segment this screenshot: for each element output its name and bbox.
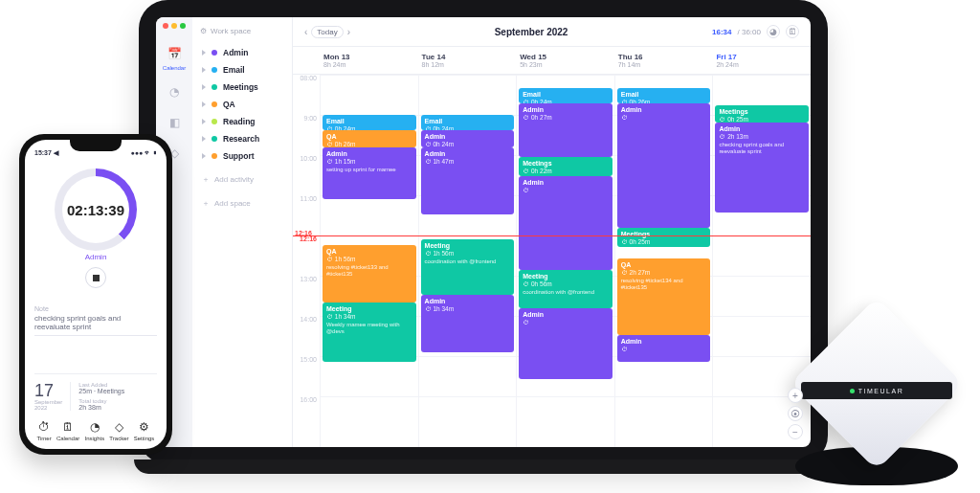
main-panel: ‹ Today › September 2022 16:34 / 36:00 ◕… xyxy=(293,17,811,447)
event-block[interactable]: QA⏱ 1h 56mresolving #ticket133 and #tick… xyxy=(323,245,416,303)
day-column[interactable]: Email⏱ 0h 24mAdmin⏱ 0h 27mMeetings⏱ 0h 2… xyxy=(516,75,614,447)
event-block[interactable]: Meetings⏱ 0h 25m xyxy=(617,228,711,247)
tracked-time-current: 16:34 xyxy=(712,28,731,36)
sidebar: ⚙ Work space Admin Email Meetings QA Rea… xyxy=(192,17,293,447)
event-block[interactable]: Admin⏱ xyxy=(519,176,612,270)
expand-icon xyxy=(202,119,206,124)
window-controls[interactable] xyxy=(163,23,186,29)
prev-week-button[interactable]: ‹ xyxy=(304,27,307,37)
last-added-value: 25m · Meetings xyxy=(78,388,124,394)
phone-nav-timer[interactable]: ⏱Timer xyxy=(37,420,52,441)
event-block[interactable]: Meeting⏱ 1h 34mWeekly mamee meeting with… xyxy=(323,303,416,362)
stop-button[interactable] xyxy=(85,267,106,288)
calendar-icon[interactable]: 📅 xyxy=(165,44,184,63)
event-block[interactable]: Meetings⏱ 0h 25m xyxy=(715,105,809,123)
event-block[interactable]: Admin⏱ 0h 27m xyxy=(519,103,612,157)
expand-icon xyxy=(202,153,206,159)
sidebar-item-admin[interactable]: Admin xyxy=(200,44,284,61)
add-activity-button[interactable]: ＋ Add activity xyxy=(200,170,284,189)
color-dot xyxy=(212,119,217,124)
event-block[interactable]: Meeting⏱ 1h 56mcoordination with @fronte… xyxy=(421,239,515,295)
tracker-brand: TIMEULAR xyxy=(801,382,952,399)
sidebar-item-meetings[interactable]: Meetings xyxy=(200,78,284,96)
event-block[interactable]: Admin⏱ xyxy=(617,335,711,362)
zoom-fit-button[interactable]: ⦿ xyxy=(788,406,803,421)
date-day: 17 xyxy=(34,382,62,399)
event-block[interactable]: Email⏱ 0h 24m xyxy=(421,115,515,130)
calendar-picker-icon[interactable]: 🗓 xyxy=(786,25,799,38)
timer-ring: 02:13:39 xyxy=(55,168,137,251)
timer-icon: ⏱ xyxy=(38,420,50,434)
phone-nav-calendar[interactable]: 🗓Calendar xyxy=(56,420,79,441)
zoom-controls: + ⦿ − xyxy=(788,388,803,439)
day-header[interactable]: Mon 138h 24m xyxy=(320,47,418,74)
event-block[interactable]: Admin⏱ 1h 15msetting up sprint for mamee xyxy=(323,147,416,199)
phone-nav-settings[interactable]: ⚙Settings xyxy=(134,420,155,441)
event-block[interactable]: Admin⏱ 2h 13mchecking sprint goals and r… xyxy=(715,123,809,213)
tracker-icon: ◇ xyxy=(115,420,123,434)
next-week-button[interactable]: › xyxy=(347,27,350,37)
month-title: September 2022 xyxy=(495,27,568,37)
days-header: Mon 138h 24mTue 148h 12mWed 155h 23mThu … xyxy=(293,47,811,75)
sidebar-item-qa[interactable]: QA xyxy=(200,96,284,113)
event-block[interactable]: Email⏱ 0h 24m xyxy=(323,115,416,130)
expand-icon xyxy=(202,136,206,142)
event-block[interactable]: Email⏱ 0h 26m xyxy=(617,88,711,103)
plus-icon: ＋ xyxy=(202,174,210,185)
add-space-button[interactable]: ＋ Add space xyxy=(200,194,284,213)
laptop-base xyxy=(134,459,833,474)
day-header[interactable]: Wed 155h 23m xyxy=(516,47,614,74)
today-button[interactable]: Today xyxy=(311,26,343,38)
app-window: 📅 Calendar ◔ ◧ ◇ ⚙ Work space Admin Emai… xyxy=(156,17,811,447)
insights-icon: ◔ xyxy=(90,420,100,434)
date-year: 2022 xyxy=(34,405,62,411)
event-block[interactable]: Meetings⏱ 0h 22m xyxy=(519,157,612,176)
day-header[interactable]: Tue 148h 12m xyxy=(418,47,517,74)
sidebar-item-email[interactable]: Email xyxy=(200,61,284,78)
phone-nav-tracker[interactable]: ◇Tracker xyxy=(109,420,128,441)
zoom-out-button[interactable]: − xyxy=(788,424,803,439)
zoom-in-button[interactable]: + xyxy=(788,388,803,403)
note-label: Note xyxy=(34,305,157,312)
signal-icon: ●●● ᯤ ▮ xyxy=(130,149,157,157)
phone-frame: 15:37 ◀ ●●● ᯤ ▮ 02:13:39 Admin Note chec… xyxy=(19,134,172,455)
day-column[interactable]: Email⏱ 0h 26mAdmin⏱ Meetings⏱ 0h 25mQA⏱ … xyxy=(614,75,713,447)
color-dot xyxy=(212,67,217,73)
note-input[interactable]: checking sprint goals and reevaluate spr… xyxy=(34,314,157,336)
phone-nav-insights[interactable]: ◔Insights xyxy=(84,420,104,441)
color-dot xyxy=(212,136,217,142)
event-block[interactable]: Admin⏱ xyxy=(617,103,711,228)
progress-icon[interactable]: ◕ xyxy=(767,25,780,38)
phone-app: 15:37 ◀ ●●● ᯤ ▮ 02:13:39 Admin Note chec… xyxy=(25,140,167,449)
event-block[interactable]: QA⏱ 0h 26m xyxy=(323,130,416,147)
calendar-grid[interactable]: 08:009:0010:0011:0012:1613:0014:0015:001… xyxy=(293,75,811,447)
event-block[interactable]: Meeting⏱ 0h 56mcoordination with @fronte… xyxy=(519,270,612,308)
time-gutter: 08:009:0010:0011:0012:1613:0014:0015:001… xyxy=(293,75,320,437)
color-dot xyxy=(212,84,217,90)
timer-value: 02:13:39 xyxy=(67,202,124,218)
phone-nav-bar: ⏱Timer🗓Calendar◔Insights◇Tracker⚙Setting… xyxy=(34,420,157,441)
tracker-device: TIMEULAR xyxy=(791,313,963,485)
sidebar-item-support[interactable]: Support xyxy=(200,147,284,165)
color-dot xyxy=(212,153,217,159)
day-column[interactable]: Email⏱ 0h 24mQA⏱ 0h 26mAdmin⏱ 1h 15msett… xyxy=(320,75,418,447)
sidebar-item-reading[interactable]: Reading xyxy=(200,113,284,130)
event-block[interactable]: Admin⏱ xyxy=(519,308,612,379)
expand-icon xyxy=(202,50,206,56)
calendar-icon: 🗓 xyxy=(62,420,74,434)
event-block[interactable]: Email⏱ 0h 24m xyxy=(519,88,612,103)
event-block[interactable]: QA⏱ 2h 27mresolving #ticket134 and #tick… xyxy=(617,258,711,335)
sidebar-item-research[interactable]: Research xyxy=(200,130,284,147)
color-dot xyxy=(212,50,217,56)
timer-activity[interactable]: Admin xyxy=(85,253,107,261)
reports-icon[interactable]: ◔ xyxy=(165,82,184,101)
day-header[interactable]: Thu 167h 14m xyxy=(614,47,713,74)
day-column[interactable]: Email⏱ 0h 24mAdmin⏱ 0h 24mAdmin⏱ 1h 47mM… xyxy=(418,75,517,447)
team-icon[interactable]: ◧ xyxy=(165,113,184,132)
event-block[interactable]: Admin⏱ 1h 34m xyxy=(421,295,515,352)
event-block[interactable]: Admin⏱ 0h 24m xyxy=(421,130,515,147)
day-header[interactable]: Fri 172h 24m xyxy=(712,47,811,74)
phone-notch xyxy=(70,140,122,151)
event-block[interactable]: Admin⏱ 1h 47m xyxy=(421,147,515,214)
workspace-title[interactable]: ⚙ Work space xyxy=(200,27,284,35)
